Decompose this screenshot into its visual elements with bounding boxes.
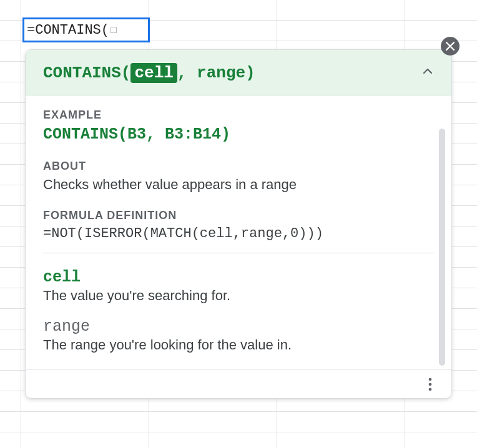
example-label: EXAMPLE: [43, 109, 434, 122]
signature-text: CONTAINS(cell, range): [43, 64, 255, 82]
definition-label: FORMULA DEFINITION: [43, 209, 434, 222]
formula-input-cell[interactable]: =CONTAINS(: [22, 17, 150, 42]
scrollbar[interactable]: [439, 129, 445, 366]
param-desc-range: The range you're looking for the value i…: [43, 337, 434, 353]
formula-input-text: =CONTAINS(: [27, 22, 109, 38]
help-footer: [26, 369, 451, 398]
text-cursor: [111, 27, 117, 33]
signature-sep: ,: [177, 64, 197, 82]
param-desc-cell: The value you're searching for.: [43, 288, 434, 304]
signature-rest-args: range: [197, 64, 245, 82]
svg-point-0: [429, 377, 432, 381]
svg-point-1: [429, 382, 432, 386]
example-code: CONTAINS(B3, B3:B14): [43, 125, 434, 144]
more-options-icon[interactable]: [421, 376, 439, 393]
about-label: ABOUT: [43, 160, 434, 173]
param-name-cell: cell: [43, 268, 434, 286]
svg-point-2: [429, 387, 432, 391]
help-card: CONTAINS(cell, range) EXAMPLE CONTAINS(B…: [25, 49, 452, 399]
param-name-range: range: [43, 318, 434, 336]
about-text: Checks whether value appears in a range: [43, 177, 434, 193]
help-body: EXAMPLE CONTAINS(B3, B3:B14) ABOUT Check…: [26, 96, 451, 369]
chevron-up-icon[interactable]: [421, 64, 434, 82]
signature-close: ): [245, 64, 255, 82]
signature-funcname: CONTAINS: [43, 64, 121, 82]
signature-bar: CONTAINS(cell, range): [26, 50, 451, 96]
close-icon[interactable]: [441, 37, 460, 56]
divider: [43, 253, 434, 253]
signature-open: (: [121, 64, 131, 82]
signature-active-arg: cell: [130, 63, 177, 83]
formula-help-tooltip: CONTAINS(cell, range) EXAMPLE CONTAINS(B…: [25, 49, 452, 399]
definition-code: =NOT(ISERROR(MATCH(cell,range,0))): [43, 226, 434, 241]
